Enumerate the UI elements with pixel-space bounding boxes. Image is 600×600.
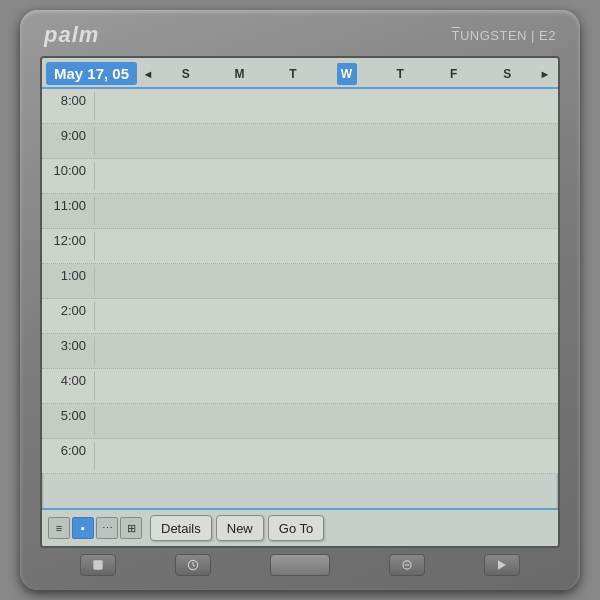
time-row[interactable]: 9:00 [42,124,558,159]
next-week-button[interactable]: ► [536,63,554,85]
time-row[interactable]: 2:00 [42,299,558,334]
svg-line-3 [193,565,195,566]
day-letter-w-3[interactable]: W [337,63,357,85]
time-content-area[interactable] [94,92,558,120]
time-label: 9:00 [42,127,94,143]
day-view-button[interactable]: ▪ [72,517,94,539]
time-content-area[interactable] [94,337,558,365]
time-row[interactable]: 5:00 [42,404,558,439]
time-row[interactable]: 10:00 [42,159,558,194]
time-label: 6:00 [42,442,94,458]
hw-center-button[interactable] [270,554,330,576]
toolbar: ≡▪⋯⊞ Details New Go To [42,510,558,546]
screen: May 17, 05 ◄ SMTWTFS ► 8:009:0010:0011:0… [40,56,560,548]
time-content-area[interactable] [94,372,558,400]
time-content-area[interactable] [94,407,558,435]
week-view-button[interactable]: ⋯ [96,517,118,539]
tungsten-overline-t: T [451,28,459,43]
time-label: 10:00 [42,162,94,178]
time-label: 5:00 [42,407,94,423]
time-label: 11:00 [42,197,94,213]
hw-button-clock[interactable] [175,554,211,576]
hw-button-right[interactable] [389,554,425,576]
time-list: 8:009:0010:0011:0012:001:002:003:004:005… [42,89,558,508]
svg-rect-0 [93,560,102,569]
hw-button-far-right[interactable] [484,554,520,576]
time-label: 2:00 [42,302,94,318]
day-letter-f-5[interactable]: F [444,63,464,85]
time-row[interactable]: 6:00 [42,439,558,474]
time-row[interactable]: 1:00 [42,264,558,299]
svg-marker-6 [498,560,506,569]
screen-header: May 17, 05 ◄ SMTWTFS ► [42,58,558,87]
day-letter-s-6[interactable]: S [497,63,517,85]
time-label: 1:00 [42,267,94,283]
time-content-area[interactable] [94,442,558,470]
new-button[interactable]: New [216,515,264,541]
time-row[interactable]: 8:00 [42,89,558,124]
bottom-hardware-bar [40,554,560,576]
view-icons-group: ≡▪⋯⊞ [48,517,142,539]
date-badge[interactable]: May 17, 05 [46,62,137,85]
list-view-button[interactable]: ≡ [48,517,70,539]
time-content-area[interactable] [94,162,558,190]
time-label: 12:00 [42,232,94,248]
time-row[interactable]: 4:00 [42,369,558,404]
device-body: palm TUNGSTEN | E2 May 17, 05 ◄ SMTWTFS … [20,10,580,590]
time-content-area[interactable] [94,127,558,155]
time-content-area[interactable] [94,232,558,260]
time-label: 4:00 [42,372,94,388]
day-letter-m-1[interactable]: M [229,63,249,85]
day-letter-s-0[interactable]: S [176,63,196,85]
tungsten-rest: UNGSTEN | E2 [460,28,556,43]
time-label: 3:00 [42,337,94,353]
time-row[interactable]: 12:00 [42,229,558,264]
time-row[interactable]: 3:00 [42,334,558,369]
time-row[interactable]: 11:00 [42,194,558,229]
time-content-area[interactable] [94,267,558,295]
details-button[interactable]: Details [150,515,212,541]
time-label: 8:00 [42,92,94,108]
prev-week-button[interactable]: ◄ [139,63,157,85]
hw-button-left[interactable] [80,554,116,576]
day-letter-t-4[interactable]: T [390,63,410,85]
brand-tungsten-label: TUNGSTEN | E2 [451,28,556,43]
brand-palm-label: palm [44,22,99,48]
day-letter-t-2[interactable]: T [283,63,303,85]
goto-button[interactable]: Go To [268,515,324,541]
time-content-area[interactable] [94,302,558,330]
day-letters-row: SMTWTFS [159,63,534,85]
brand-bar: palm TUNGSTEN | E2 [40,22,560,48]
month-view-button[interactable]: ⊞ [120,517,142,539]
time-content-area[interactable] [94,197,558,225]
